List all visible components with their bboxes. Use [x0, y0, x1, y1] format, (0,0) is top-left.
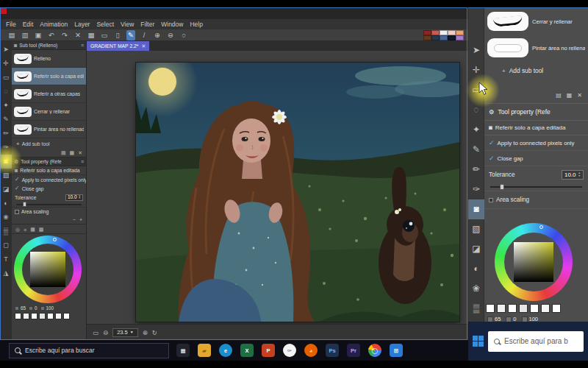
menu-item[interactable]: Animation	[40, 21, 68, 28]
palette-swatch[interactable]	[448, 35, 456, 40]
add-subtool-button[interactable]: + Add sub tool	[484, 61, 588, 80]
saturation-value-square[interactable]	[30, 252, 65, 287]
select-rect-icon[interactable]: ▭	[100, 30, 109, 40]
redo-icon[interactable]: ↷	[60, 30, 69, 40]
subtool-item[interactable]: Pintar área no rellenada	[12, 121, 86, 138]
rotate-reset-icon[interactable]: ↻	[152, 329, 157, 336]
color-swatch[interactable]	[47, 313, 54, 319]
color-wheel[interactable]	[14, 236, 82, 303]
color-swatch[interactable]	[23, 313, 29, 319]
menu-item[interactable]: Edit	[23, 21, 34, 28]
blend-tool-icon[interactable]: ◐	[0, 197, 12, 210]
color-swatch[interactable]	[552, 304, 561, 313]
add-subtool-icon[interactable]: ▤	[556, 92, 562, 99]
palette-swatch[interactable]	[456, 30, 464, 35]
menu-item[interactable]: File	[6, 21, 16, 28]
palette-swatch[interactable]	[423, 35, 431, 40]
grid-icon[interactable]: ▦	[87, 30, 96, 40]
tolerance-value-box[interactable]: 10.0 ▲▼	[65, 194, 83, 201]
subtool-item[interactable]: Relleno	[12, 50, 86, 68]
color-swatch[interactable]	[486, 304, 495, 313]
decoration-tool-icon[interactable]: ❀	[0, 210, 12, 224]
subtool-item[interactable]: Pintar área no rellenada	[484, 35, 588, 61]
color-swatch[interactable]	[31, 313, 37, 319]
checkbox-unchecked-icon[interactable]	[489, 198, 493, 202]
airbrush-tool-icon[interactable]: ▒	[0, 224, 12, 238]
spinner-arrows-icon[interactable]: ▲▼	[79, 195, 81, 200]
palette-swatch[interactable]	[448, 30, 456, 35]
canvas-tab[interactable]: GRADIENT MAP 2.2* ✕	[87, 41, 149, 51]
undo-icon[interactable]: ↶	[47, 30, 56, 40]
blend-tool-icon[interactable]: ◐	[468, 259, 484, 279]
windows-store-icon[interactable]: ⊞	[390, 344, 403, 357]
palette-swatch[interactable]	[431, 35, 440, 40]
decoration-tool-icon[interactable]: ❀	[468, 279, 484, 299]
pen-mode-icon[interactable]: ✎	[126, 30, 135, 40]
tolerance-slider[interactable]	[12, 202, 86, 207]
move-tool-icon[interactable]: ✛	[468, 60, 484, 80]
taskbar-search-box[interactable]: Escribe aquí para buscar	[9, 343, 169, 358]
deselect-icon[interactable]: ▯	[113, 30, 122, 40]
list-view-icon[interactable]: ▦	[567, 92, 573, 99]
gradient-tool-icon[interactable]: ▧	[468, 219, 484, 239]
color-wheel-tab-icon[interactable]: ◎	[15, 227, 20, 233]
color-swatch[interactable]	[541, 304, 550, 313]
collapse-icon[interactable]: −	[73, 217, 76, 222]
operation-tool-icon[interactable]: ➤	[468, 40, 484, 60]
figure-tool-icon[interactable]: ◻	[0, 238, 12, 252]
saturation-value-square[interactable]	[514, 242, 553, 282]
color-swatch[interactable]	[508, 304, 517, 313]
menu-item[interactable]: View	[121, 21, 134, 28]
palette-swatch[interactable]	[456, 35, 464, 40]
spinner-arrows-icon[interactable]: ▲▼	[578, 172, 581, 177]
chevron-down-icon[interactable]: ▼	[130, 328, 134, 336]
shape-icon[interactable]: ○	[179, 30, 188, 40]
palette-swatch[interactable]	[431, 30, 440, 35]
brush-tool-icon[interactable]: ✑	[0, 141, 12, 155]
fit-screen-icon[interactable]: ▭	[93, 329, 98, 336]
delete-subtool-icon[interactable]: ✕	[577, 92, 582, 99]
pencil-tool-icon[interactable]: ✏	[0, 127, 12, 141]
color-swatch[interactable]	[15, 313, 21, 319]
color-sliders-tab-icon[interactable]: ≡	[24, 227, 26, 233]
operation-tool-icon[interactable]: ➤	[0, 43, 12, 57]
eraser-tool-icon[interactable]: ◪	[468, 239, 484, 259]
marquee-tool-icon[interactable]: ▭	[468, 80, 484, 100]
marquee-tool-icon[interactable]: ▭	[0, 71, 12, 85]
tolerance-value-box[interactable]: 10.0 ▲▼	[562, 170, 584, 180]
menu-item[interactable]: Layer	[74, 21, 90, 28]
subtool-item[interactable]: Cerrar y rellenar	[484, 8, 588, 35]
wand-tool-icon[interactable]: ✦	[0, 99, 12, 113]
color-swatch[interactable]	[497, 304, 506, 313]
tolerance-slider[interactable]	[484, 183, 588, 191]
area-scaling-row[interactable]: Area scaling	[484, 191, 588, 209]
brush-tool-icon[interactable]: ✑	[468, 180, 484, 199]
menu-item[interactable]: Window	[161, 21, 183, 28]
slider-handle[interactable]	[500, 184, 504, 190]
intermediate-color-tab-icon[interactable]: ▩	[39, 227, 44, 233]
save-icon[interactable]: ▣	[34, 30, 43, 40]
palette-swatch[interactable]	[423, 30, 431, 35]
zoom-value-box[interactable]: 23.5 ▼	[112, 328, 138, 337]
taskbar-search-box[interactable]: Escribe aquí para b	[488, 331, 584, 352]
eraser-tool-icon[interactable]: ◪	[0, 183, 12, 197]
file-explorer-icon[interactable]: ▰	[198, 344, 211, 357]
area-scaling-row[interactable]: Area scaling	[12, 207, 86, 216]
wand-tool-icon[interactable]: ✦	[468, 120, 484, 140]
powerpoint-icon[interactable]: P	[262, 344, 275, 357]
new-file-icon[interactable]: ▤	[7, 30, 16, 40]
subtool-item[interactable]: Cerrar y rellenar	[12, 103, 86, 121]
close-tab-icon[interactable]: ✕	[141, 43, 146, 49]
checkbox-unchecked-icon[interactable]	[15, 210, 19, 214]
property-checkbox-row[interactable]: ✓ Apply to connected pixels only	[12, 175, 86, 184]
task-view-icon[interactable]: ▦	[176, 344, 190, 357]
gradient-tool-icon[interactable]: ▧	[0, 169, 12, 183]
color-swatch[interactable]	[519, 304, 528, 313]
zoom-in-icon[interactable]: ⊕	[143, 329, 148, 336]
property-checkbox-row[interactable]: ✓ Apply to connected pixels only	[484, 135, 588, 151]
excel-icon[interactable]: X	[240, 344, 254, 357]
color-swatch[interactable]	[63, 313, 70, 319]
open-file-icon[interactable]: ▥	[21, 30, 29, 40]
delete-icon[interactable]: ✕	[74, 30, 82, 40]
slider-handle[interactable]	[23, 202, 26, 207]
